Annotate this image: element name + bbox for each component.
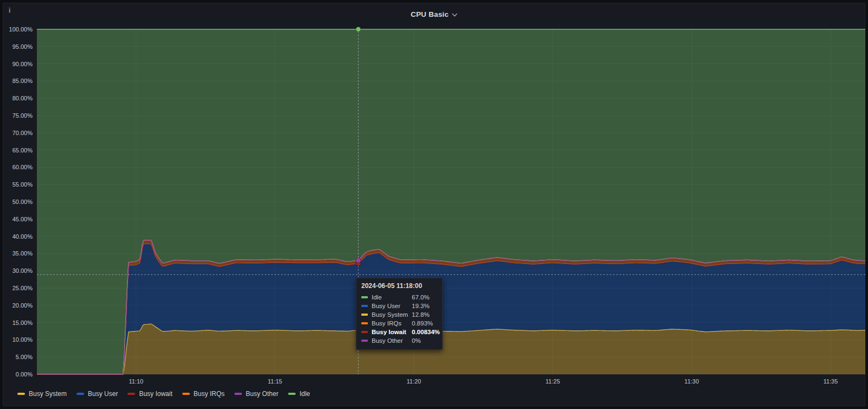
y-axis-tick-label: 70.00% [4,129,33,137]
hover-point-marker [356,258,361,263]
tooltip-series-swatch-icon [361,340,368,342]
x-axis-tick-label: 11:15 [258,378,292,385]
y-axis-tick-label: 0.00% [4,370,33,378]
x-axis-tick-label: 11:35 [813,378,848,385]
chevron-down-icon[interactable] [452,13,457,17]
stacked-area-chart [37,29,865,374]
tooltip-series-swatch-icon [361,322,368,324]
legend-label: Busy Iowait [139,390,172,398]
legend-item-busy-system[interactable]: Busy System [17,390,67,398]
tooltip-series-value: 0.00834% [412,329,440,335]
cpu-basic-panel: i CPU Basic 100.00%95.00%90.00%85.00%80.… [3,3,865,406]
y-axis-tick-label: 50.00% [4,198,33,206]
tooltip-series-label: Busy IRQs [372,320,412,327]
legend-swatch-icon [182,393,190,395]
y-axis-tick-label: 85.00% [4,77,33,85]
legend-label: Idle [299,390,310,398]
y-axis-tick-label: 65.00% [4,146,33,154]
y-axis-tick-label: 100.00% [4,25,33,33]
legend-item-busy-other[interactable]: Busy Other [234,390,278,398]
y-axis-tick-label: 35.00% [4,250,33,257]
y-axis-tick-label: 95.00% [4,43,33,50]
tooltip-series-value: 19.3% [412,303,430,309]
y-axis-tick-label: 10.00% [4,336,33,343]
tooltip-series-swatch-icon [361,296,368,298]
y-axis-tick-label: 60.00% [4,163,33,171]
y-axis-tick-label: 30.00% [4,267,33,274]
y-axis-tick-label: 5.00% [4,353,33,361]
x-axis-tick-label: 11:10 [119,378,154,385]
y-axis-tick-label: 25.00% [4,284,33,292]
legend-swatch-icon [76,393,84,395]
tooltip-series-swatch-icon [361,314,368,316]
legend-swatch-icon [234,393,242,395]
tooltip-row-busy-other: Busy Other0% [361,336,437,345]
legend-item-busy-irqs[interactable]: Busy IRQs [182,390,225,398]
grafana-dashboard: i CPU Basic 100.00%95.00%90.00%85.00%80.… [0,0,868,409]
chart-legend: Busy SystemBusy UserBusy IowaitBusy IRQs… [17,390,310,398]
legend-item-busy-iowait[interactable]: Busy Iowait [127,390,172,398]
y-axis-tick-label: 20.00% [4,302,33,309]
y-axis-tick-label: 80.00% [4,94,33,102]
hover-point-marker [356,27,361,32]
legend-label: Busy User [88,390,118,398]
x-axis-tick-label: 11:20 [397,378,431,385]
tooltip-row-busy-system: Busy System12.8% [361,310,437,319]
tooltip-series-swatch-icon [361,331,368,333]
legend-item-busy-user[interactable]: Busy User [76,390,118,398]
tooltip-series-label: Busy System [372,311,412,318]
x-axis-tick-label: 11:25 [535,378,570,385]
legend-label: Busy System [29,390,67,398]
legend-swatch-icon [17,393,25,395]
hover-tooltip: 2024-06-05 11:18:00 Idle67.0%Busy User19… [356,278,443,350]
legend-swatch-icon [127,393,135,395]
tooltip-series-label: Busy Other [372,337,412,344]
legend-swatch-icon [288,393,296,395]
tooltip-timestamp: 2024-06-05 11:18:00 [361,282,437,290]
tooltip-series-swatch-icon [361,305,368,307]
tooltip-series-label: Busy User [372,303,412,309]
tooltip-series-value: 67.0% [412,294,430,301]
tooltip-series-value: 12.8% [412,311,430,318]
legend-label: Busy Other [246,390,278,398]
y-axis-tick-label: 90.00% [4,60,33,68]
x-axis-tick-label: 11:30 [674,378,709,385]
y-axis-tick-label: 75.00% [4,112,33,119]
tooltip-series-value: 0.893% [412,320,433,327]
y-axis-tick-label: 45.00% [4,215,33,223]
y-axis-tick-label: 55.00% [4,181,33,188]
legend-label: Busy IRQs [194,390,225,398]
panel-header: CPU Basic [3,3,865,25]
tooltip-row-busy-user: Busy User19.3% [361,302,437,310]
legend-item-idle[interactable]: Idle [288,390,310,398]
tooltip-row-idle: Idle67.0% [361,293,437,302]
y-axis-tick-label: 15.00% [4,319,33,327]
tooltip-row-busy-irqs: Busy IRQs0.893% [361,319,437,328]
tooltip-series-label: Idle [372,294,412,301]
tooltip-rows: Idle67.0%Busy User19.3%Busy System12.8%B… [361,293,437,345]
y-axis-tick-label: 40.00% [4,233,33,240]
panel-title[interactable]: CPU Basic [411,10,449,18]
tooltip-series-value: 0% [412,337,421,344]
chart-plot-area[interactable] [37,29,865,374]
tooltip-series-label: Busy Iowait [372,329,412,335]
tooltip-row-busy-iowait: Busy Iowait0.00834% [361,328,437,336]
